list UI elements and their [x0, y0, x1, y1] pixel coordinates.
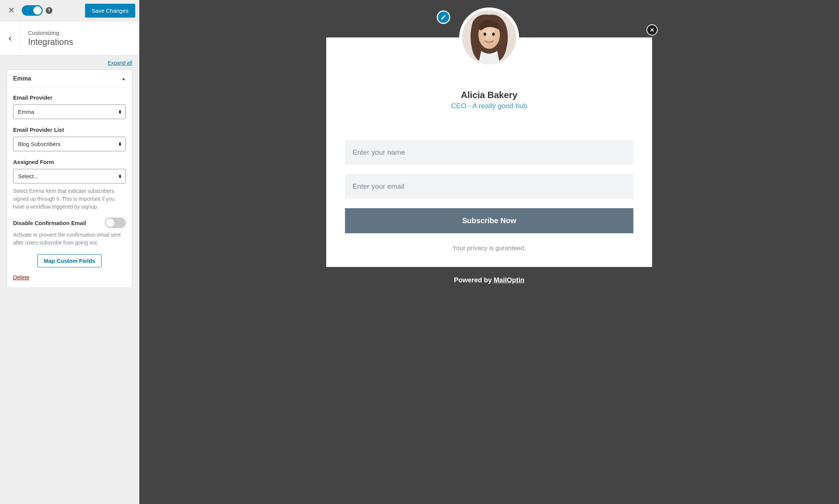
powered-by: Powered by MailOptin: [326, 276, 652, 284]
integration-accordion: Emma ▲ Email Provider Emma ▲▼ Email Prov…: [7, 70, 132, 288]
customizer-sidebar: ✕ ? Save Changes ‹ Customizing Integrati…: [0, 0, 139, 504]
assigned-form-label: Assigned Form: [13, 159, 126, 165]
chevron-up-icon: ▲: [121, 76, 126, 81]
svg-point-2: [484, 33, 486, 36]
disable-confirmation-label: Disable Confirmation Email: [13, 220, 86, 226]
close-customizer-button[interactable]: ✕: [4, 3, 19, 18]
expand-all-link[interactable]: Expand all: [7, 60, 132, 66]
accordion-header[interactable]: Emma ▲: [7, 70, 132, 88]
email-provider-label: Email Provider: [13, 94, 126, 101]
edit-avatar-button[interactable]: [437, 10, 450, 24]
avatar-image: [462, 10, 516, 64]
disable-confirmation-toggle[interactable]: [105, 218, 126, 228]
help-icon[interactable]: ?: [46, 7, 52, 14]
optin-card: ✕ Alicia Bakery CEO - A really good hub …: [326, 37, 652, 267]
accordion-title: Emma: [13, 75, 31, 82]
back-button[interactable]: ‹: [0, 21, 21, 55]
name-input[interactable]: [345, 140, 633, 165]
customizing-label: Customizing: [28, 30, 131, 36]
optin-name: Alicia Bakery: [345, 90, 633, 100]
delete-link[interactable]: Delete: [13, 274, 29, 280]
email-provider-list-label: Email Provider List: [13, 127, 126, 133]
optin-subtitle: CEO - A really good hub: [345, 102, 633, 110]
subscribe-button[interactable]: Subscribe Now: [345, 208, 633, 233]
panel-body: Expand all Emma ▲ Email Provider Emma ▲▼…: [0, 55, 139, 292]
assigned-form-help: Select Emma form that indicate subscribe…: [13, 187, 126, 211]
email-provider-list-select[interactable]: Blog Subscribers: [13, 137, 126, 151]
customizer-topbar: ✕ ? Save Changes: [0, 0, 139, 21]
close-optin-button[interactable]: ✕: [646, 24, 658, 36]
email-input[interactable]: [345, 174, 633, 199]
map-custom-fields-button[interactable]: Map Custom Fields: [37, 254, 102, 267]
preview-toggle[interactable]: [22, 5, 43, 16]
email-provider-select[interactable]: Emma: [13, 104, 126, 119]
svg-point-3: [492, 33, 495, 36]
mailoptin-link[interactable]: MailOptin: [494, 276, 524, 284]
avatar: [459, 7, 519, 67]
section-title: Integrations: [28, 37, 131, 47]
disable-confirmation-help: Activate to prevent the confirmation ema…: [13, 231, 126, 247]
save-changes-button[interactable]: Save Changes: [85, 4, 135, 18]
assigned-form-select[interactable]: Select...: [13, 169, 126, 183]
privacy-text: Your privacy is guranteed.: [345, 245, 633, 252]
preview-pane: ✕ Alicia Bakery CEO - A really good hub …: [139, 0, 839, 504]
section-header: ‹ Customizing Integrations: [0, 21, 139, 55]
pencil-icon: [440, 14, 446, 20]
